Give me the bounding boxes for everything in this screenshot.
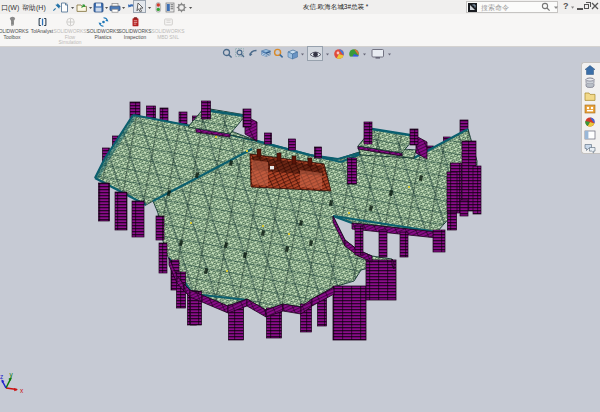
svg-text:y: y xyxy=(10,371,14,379)
svg-text:x: x xyxy=(20,387,24,394)
svg-text:z: z xyxy=(0,373,3,380)
